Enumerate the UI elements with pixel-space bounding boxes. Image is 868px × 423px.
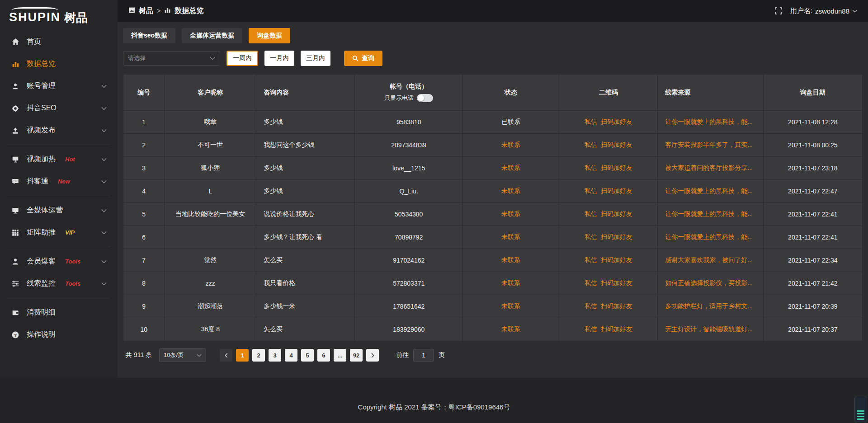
- sidebar-item-operation-guide[interactable]: ?操作说明: [0, 324, 118, 346]
- cell-qrcode: 私信扫码加好友: [559, 157, 658, 180]
- qr-link-scan-add-friend[interactable]: 扫码加好友: [601, 233, 632, 240]
- tab-douyin-seo-data[interactable]: 抖音seo数据: [123, 28, 175, 43]
- sliders-icon: [11, 280, 20, 288]
- breadcrumb-app[interactable]: 树品: [139, 6, 153, 16]
- qr-link-private-message[interactable]: 私信: [585, 279, 597, 287]
- user-icon: [11, 82, 20, 90]
- range-quarter[interactable]: 三月内: [301, 51, 330, 66]
- qr-link-scan-add-friend[interactable]: 扫码加好友: [601, 164, 632, 171]
- tab-inquiry-data[interactable]: 询盘数据: [249, 28, 290, 43]
- bar-chart-icon: [11, 60, 20, 68]
- qr-link-private-message[interactable]: 私信: [585, 141, 597, 148]
- range-month[interactable]: 一月内: [264, 51, 294, 66]
- phone-toggle-switch[interactable]: [417, 94, 433, 102]
- cell-qrcode: 私信扫码加好友: [559, 318, 658, 341]
- sidebar-item-member-burst[interactable]: 会员爆客Tools: [0, 250, 118, 273]
- cell-source[interactable]: 让你一眼就爱上的黑科技，能...: [658, 203, 763, 226]
- qr-link-private-message[interactable]: 私信: [585, 187, 597, 194]
- goto-page-input[interactable]: [413, 349, 434, 362]
- qr-link-scan-add-friend[interactable]: 扫码加好友: [601, 325, 632, 333]
- breadcrumb-page: 数据总览: [175, 6, 203, 16]
- logo[interactable]: SHUPIN 树品: [0, 0, 118, 25]
- qr-link-scan-add-friend[interactable]: 扫码加好友: [601, 187, 632, 194]
- sidebar-item-data-overview[interactable]: 数据总览: [0, 53, 118, 75]
- sidebar-divider: [7, 247, 110, 247]
- qr-link-scan-add-friend[interactable]: 扫码加好友: [601, 256, 632, 263]
- sidebar-item-consume-detail[interactable]: 消费明细: [0, 301, 118, 324]
- cell-status: 已联系: [462, 111, 559, 134]
- cell-source[interactable]: 多功能护栏灯，适用于乡村文...: [658, 295, 763, 318]
- sidebar-item-home[interactable]: 首页: [0, 31, 118, 53]
- qr-link-scan-add-friend[interactable]: 扫码加好友: [601, 279, 632, 287]
- main-content: 抖音seo数据全媒体运营数据询盘数据 请选择 一周内一月内三月内 查询 编号客户…: [118, 22, 868, 378]
- page-next-button[interactable]: [366, 349, 379, 362]
- page-button-1[interactable]: 1: [236, 349, 249, 362]
- qr-link-scan-add-friend[interactable]: 扫码加好友: [601, 302, 632, 310]
- table-row: 2不可一世我想问这个多少钱2097344839未联系私信扫码加好友客厅安装投影半…: [123, 134, 863, 157]
- floating-widget[interactable]: [854, 397, 867, 422]
- home-icon: [11, 38, 20, 46]
- qr-link-scan-add-friend[interactable]: 扫码加好友: [601, 210, 632, 217]
- cell-date: 2021-11-08 12:28: [763, 111, 862, 134]
- cell-account: love__1215: [355, 157, 463, 180]
- sidebar-item-video-heat[interactable]: 视频加热Hot: [0, 148, 118, 170]
- cell-no: 2: [123, 134, 165, 157]
- svg-text:?: ?: [14, 332, 17, 337]
- sidebar-item-account-management[interactable]: 账号管理: [0, 75, 118, 97]
- qr-link-private-message[interactable]: 私信: [585, 164, 597, 171]
- cell-qrcode: 私信扫码加好友: [559, 180, 658, 203]
- table-row: 6多少钱？让我死心 看70898792未联系私信扫码加好友让你一眼就爱上的黑科技…: [123, 226, 863, 249]
- goto-page: 前往 页: [396, 349, 445, 362]
- page-prev-button[interactable]: [220, 349, 232, 362]
- sidebar-item-label: 抖客通: [27, 177, 48, 186]
- qr-link-private-message[interactable]: 私信: [585, 118, 597, 125]
- cell-source[interactable]: 让你一眼就爱上的黑科技，能...: [658, 226, 763, 249]
- page-button-4[interactable]: 4: [285, 349, 297, 362]
- cell-source[interactable]: 如何正确选择投影仪，买投影...: [658, 272, 763, 295]
- chevron-down-icon: [852, 9, 857, 13]
- cell-account: 70898792: [355, 226, 463, 249]
- sidebar-item-video-publish[interactable]: 视频发布: [0, 119, 118, 141]
- qr-link-private-message[interactable]: 私信: [585, 210, 597, 217]
- cell-source[interactable]: 让你一眼就爱上的黑科技，能...: [658, 180, 763, 203]
- user-menu[interactable]: 用户名: zswodun88: [790, 7, 857, 15]
- page-button-3[interactable]: 3: [269, 349, 281, 362]
- page-ellipsis-button[interactable]: ...: [334, 349, 346, 362]
- query-button[interactable]: 查询: [344, 51, 382, 66]
- cell-source[interactable]: 让你一眼就爱上的黑科技，能...: [658, 111, 763, 134]
- cell-source[interactable]: 无主灯设计，智能磁吸轨道灯...: [658, 318, 763, 341]
- cell-status: 未联系: [462, 318, 559, 341]
- qr-link-private-message[interactable]: 私信: [585, 302, 597, 310]
- tab-omni-media-data[interactable]: 全媒体运营数据: [182, 28, 242, 43]
- page-button-6[interactable]: 6: [317, 349, 330, 362]
- topbar: 树品 > 数据总览 用户名: zswodun88: [118, 0, 868, 22]
- qr-link-private-message[interactable]: 私信: [585, 256, 597, 263]
- inquiry-table: 编号客户昵称咨询内容帐号（电话）只显示电话状态二维码线索来源询盘日期 1哦章多少…: [123, 74, 863, 341]
- qr-link-scan-add-friend[interactable]: 扫码加好友: [601, 141, 632, 148]
- cell-account: 9583810: [355, 111, 463, 134]
- qr-link-scan-add-friend[interactable]: 扫码加好友: [601, 118, 632, 125]
- sidebar-item-omni-media[interactable]: 全媒体运营: [0, 199, 118, 221]
- filter-select[interactable]: 请选择: [123, 51, 220, 66]
- sidebar-item-matrix-boost[interactable]: 矩阵助推VIP: [0, 221, 118, 244]
- page-button-92[interactable]: 92: [350, 349, 363, 362]
- sidebar-item-lead-monitor[interactable]: 线索监控Tools: [0, 273, 118, 295]
- range-week[interactable]: 一周内: [226, 51, 258, 66]
- cell-source[interactable]: 感谢大家喜欢我家，被问了好...: [658, 249, 763, 272]
- sidebar-item-label: 视频发布: [27, 126, 56, 135]
- sidebar-item-label: 数据总览: [27, 59, 56, 69]
- cell-source[interactable]: 客厅安装投影半年多了，真实...: [658, 134, 763, 157]
- chevron-down-icon: [197, 354, 202, 357]
- qr-link-private-message[interactable]: 私信: [585, 325, 597, 333]
- sidebar-item-douyin-seo[interactable]: 抖音SEO: [0, 97, 118, 119]
- fullscreen-icon[interactable]: [775, 7, 782, 14]
- app-window: SHUPIN 树品 首页数据总览账号管理抖音SEO视频发布视频加热Hot抖客通N…: [0, 0, 868, 423]
- cell-date: 2021-11-07 21:42: [763, 272, 862, 295]
- page-size-select[interactable]: 10条/页: [159, 348, 206, 362]
- page-button-5[interactable]: 5: [301, 349, 314, 362]
- qr-link-private-message[interactable]: 私信: [585, 233, 597, 240]
- page-button-2[interactable]: 2: [252, 349, 265, 362]
- sidebar-item-badge: Tools: [65, 258, 80, 265]
- sidebar-item-douketong[interactable]: 抖客通New: [0, 170, 118, 193]
- cell-source[interactable]: 被大家追着问的客厅投影分享...: [658, 157, 763, 180]
